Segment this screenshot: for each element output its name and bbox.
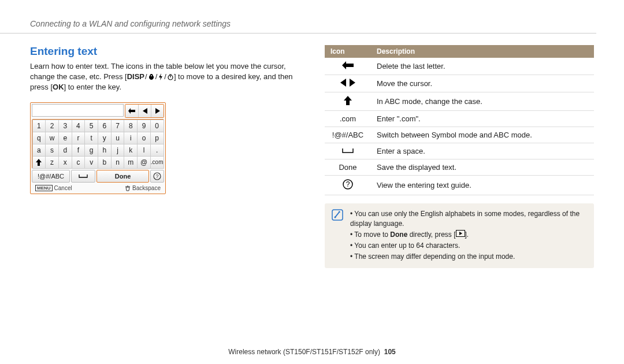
icon-cell: Done	[325, 159, 371, 176]
table-row: Delete the last letter.	[325, 58, 594, 75]
keyboard-cancel-hint: MENUCancel	[35, 185, 72, 191]
keyboard-key[interactable]: r	[72, 132, 86, 144]
keyboard-key[interactable]: p	[150, 132, 164, 144]
keyboard-key[interactable]: .	[150, 144, 164, 157]
keyboard-key[interactable]: .com	[150, 156, 164, 169]
footer-text: Wireless network (ST150F/ST151F/ST152F o…	[228, 348, 380, 356]
keyboard-right-key[interactable]	[151, 105, 164, 117]
description-cell: View the entering text guide.	[371, 176, 594, 195]
keyboard-key[interactable]: m	[124, 156, 138, 169]
breadcrumb: Connecting to a WLAN and configuring net…	[0, 0, 596, 34]
keyboard-key[interactable]: a	[32, 144, 46, 157]
keyboard-key[interactable]: d	[58, 144, 72, 157]
icon-cell	[325, 143, 371, 159]
keyboard-key[interactable]: n	[111, 156, 125, 169]
keyboard-key[interactable]: 3	[58, 120, 72, 132]
keyboard-key[interactable]: t	[84, 132, 98, 144]
up-arrow-icon	[344, 96, 352, 105]
description-cell: Delete the last letter.	[371, 58, 594, 75]
table-row: .comEnter ".com".	[325, 111, 594, 127]
menu-icon: MENU	[35, 185, 53, 191]
disp-key-combo: DISP///	[127, 72, 174, 82]
keyboard-left-key[interactable]	[138, 105, 151, 117]
keyboard-key[interactable]: 1	[32, 120, 46, 132]
keyboard-key[interactable]: f	[72, 144, 86, 157]
note-line-2: To move to Done directly, press [].	[350, 230, 587, 240]
back-arrow-icon	[128, 108, 135, 114]
keyboard-mode-key[interactable]: !@#/ABC	[32, 170, 70, 183]
note-line-1: You can use only the English alphabets i…	[350, 209, 587, 229]
help-circle-icon: ?	[153, 172, 161, 180]
icon-cell	[325, 75, 371, 92]
keyboard-done-key[interactable]: Done	[96, 170, 149, 183]
icon-text: .com	[340, 114, 356, 123]
space-icon	[342, 148, 354, 154]
keyboard-help-key[interactable]: ?	[150, 170, 164, 183]
keyboard-key[interactable]: u	[111, 132, 125, 144]
keyboard-key[interactable]: 4	[72, 120, 86, 132]
keyboard-key[interactable]: 7	[111, 120, 125, 132]
intro-text: Learn how to enter text. The icons in th…	[30, 61, 302, 92]
keyboard-key[interactable]: b	[98, 156, 112, 169]
keyboard-key[interactable]	[32, 156, 46, 169]
right-column: Icon Description Delete the last letter.…	[325, 45, 594, 268]
table-row: DoneSave the displayed text.	[325, 159, 594, 176]
keyboard-key[interactable]: w	[45, 132, 59, 144]
shift-icon	[36, 159, 42, 166]
description-cell: Switch between Symbol mode and ABC mode.	[371, 127, 594, 143]
keyboard-text-field[interactable]	[32, 104, 124, 117]
keyboard-key[interactable]: g	[84, 144, 98, 157]
icon-cell: !@#/ABC	[325, 127, 371, 143]
page-number: 105	[384, 348, 396, 356]
keyboard-key[interactable]: 9	[137, 120, 151, 132]
keyboard-key[interactable]: 0	[150, 120, 164, 132]
note-line-3: You can enter up to 64 characters.	[350, 241, 587, 251]
keyboard-backspace-key[interactable]	[125, 105, 138, 117]
keyboard-key[interactable]: z	[45, 156, 59, 169]
keyboard-key[interactable]: l	[137, 144, 151, 157]
description-cell: Move the cursor.	[371, 75, 594, 92]
right-triangle-icon	[155, 108, 160, 114]
keyboard-key[interactable]: 2	[45, 120, 59, 132]
keyboard-key[interactable]: 8	[124, 120, 138, 132]
keyboard-key[interactable]: @	[137, 156, 151, 169]
keyboard-key[interactable]: k	[124, 144, 138, 157]
description-cell: In ABC mode, change the case.	[371, 92, 594, 111]
table-row: Enter a space.	[325, 143, 594, 159]
left-right-arrows-icon	[340, 79, 355, 87]
keyboard-key[interactable]: h	[98, 144, 112, 157]
keyboard-space-key[interactable]	[71, 170, 95, 183]
keyboard-key[interactable]: v	[84, 156, 98, 169]
description-cell: Enter a space.	[371, 143, 594, 159]
back-arrow-icon	[342, 61, 354, 69]
keyboard-key[interactable]: s	[45, 144, 59, 157]
keyboard-key[interactable]: x	[58, 156, 72, 169]
playback-icon	[456, 230, 465, 240]
keyboard-key[interactable]: i	[124, 132, 138, 144]
table-header-icon: Icon	[325, 45, 371, 58]
keyboard-key[interactable]: c	[72, 156, 86, 169]
keyboard-key[interactable]: 6	[98, 120, 112, 132]
icon-cell: .com	[325, 111, 371, 127]
icon-text: !@#/ABC	[332, 131, 363, 139]
svg-text:?: ?	[155, 173, 158, 179]
keyboard-key[interactable]: e	[58, 132, 72, 144]
note-icon	[332, 209, 344, 262]
note-box: You can use only the English alphabets i…	[325, 203, 594, 268]
section-title: Entering text	[30, 45, 302, 58]
keyboard-key[interactable]: 5	[84, 120, 98, 132]
icon-cell: ?	[325, 176, 371, 195]
keyboard-key[interactable]: q	[32, 132, 46, 144]
macro-icon	[148, 73, 155, 80]
timer-icon	[167, 73, 174, 80]
icon-description-table: Icon Description Delete the last letter.…	[325, 45, 594, 195]
space-icon	[79, 174, 88, 179]
keyboard-key[interactable]: o	[137, 132, 151, 144]
note-line-4: The screen may differ depending on the i…	[350, 252, 587, 262]
cancel-label: Cancel	[54, 185, 72, 191]
table-row: ?View the entering text guide.	[325, 176, 594, 195]
keyboard-key[interactable]: y	[98, 132, 112, 144]
table-row: In ABC mode, change the case.	[325, 92, 594, 111]
keyboard-backspace-hint: Backspace	[125, 185, 161, 191]
keyboard-key[interactable]: j	[111, 144, 125, 157]
